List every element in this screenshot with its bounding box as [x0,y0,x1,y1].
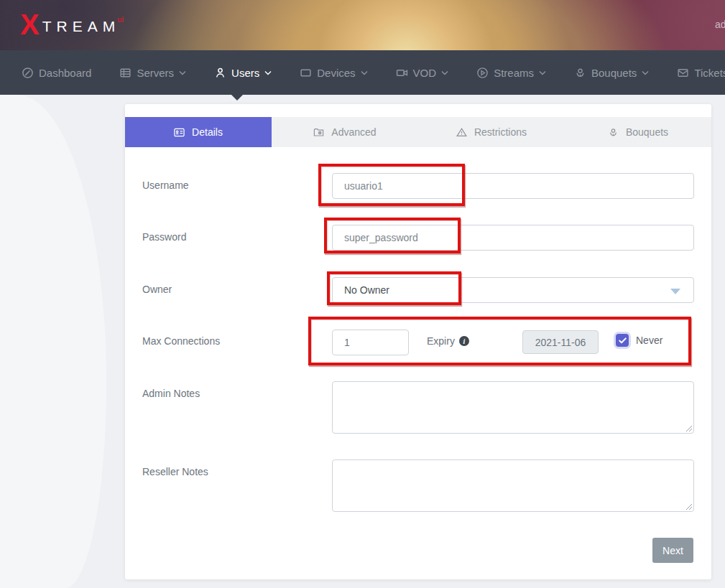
user-person-icon [214,67,226,79]
reseller-notes-label: Reseller Notes [142,466,208,477]
nav-item-tickets[interactable]: Tickets [677,67,725,79]
tab-label: Bouquets [626,126,668,138]
nav-item-servers[interactable]: Servers [119,67,186,79]
reseller-notes-textarea[interactable] [332,459,694,512]
select-caret-icon [670,289,680,294]
password-label: Password [142,231,186,243]
tab-bouquets[interactable]: Bouquets [565,117,711,147]
flower-icon [574,67,586,79]
max-connections-label: Max Connections [142,335,220,347]
app-header: X TREAM ui ad [0,0,725,50]
flower-icon [608,127,619,138]
annotation-rect-username [318,164,465,206]
next-button[interactable]: Next [652,538,693,563]
servers-table-icon [119,67,131,79]
tab-details[interactable]: Details [125,117,272,147]
nav-label: Dashboard [39,67,91,79]
logo-superscript: ui [117,16,124,24]
dashboard-gauge-icon [22,67,34,79]
nav-label: Tickets [694,67,725,79]
xtream-logo[interactable]: X TREAM ui [20,10,124,39]
envelope-icon [677,67,689,79]
tab-restrictions[interactable]: Restrictions [418,117,565,147]
video-camera-icon [396,67,408,79]
username-label: Username [142,179,189,191]
logo-x-letter: X [20,10,40,39]
annotation-rect-password [324,218,461,253]
admin-notes-label: Admin Notes [142,388,200,399]
nav-label: Bouquets [591,67,637,79]
nav-label: Streams [494,67,534,79]
chevron-down-icon [361,70,368,75]
id-card-icon [174,127,185,138]
tab-advanced[interactable]: Advanced [272,117,418,147]
folder-gear-icon [313,127,324,138]
logo-text: TREAM [42,19,121,34]
form-tabs: Details Advanced Restrictions Bouquets [125,117,711,147]
active-nav-pointer [231,94,244,101]
account-name-text[interactable]: ad [715,19,725,30]
annotation-rect-max-connections [308,317,691,365]
annotation-rect-owner [327,271,461,305]
nav-label: Servers [137,67,174,79]
play-circle-icon [476,67,489,79]
page: X TREAM ui ad Dashboard Servers Users De… [0,0,725,588]
chevron-down-icon [179,70,186,75]
tab-label: Details [192,126,223,138]
tab-label: Advanced [331,126,376,138]
chevron-down-icon [441,70,448,75]
admin-notes-textarea[interactable] [332,381,694,434]
warning-triangle-icon [456,127,467,138]
nav-item-streams[interactable]: Streams [476,67,546,79]
nav-item-vod[interactable]: VOD [396,67,449,79]
chevron-down-icon [264,70,272,75]
nav-label: VOD [413,67,437,79]
device-tablet-icon [300,67,312,79]
nav-item-bouquets[interactable]: Bouquets [574,67,649,79]
chevron-down-icon [539,70,546,75]
nav-item-dashboard[interactable]: Dashboard [22,67,91,79]
nav-label: Users [231,67,259,79]
main-nav: Dashboard Servers Users Devices VOD Stre… [0,50,725,95]
nav-item-users[interactable]: Users [214,67,272,79]
background-swirl-shape [0,95,106,588]
nav-label: Devices [317,67,355,79]
tab-label: Restrictions [474,126,527,138]
chevron-down-icon [642,70,649,75]
owner-label: Owner [142,284,172,295]
nav-item-devices[interactable]: Devices [300,67,367,79]
